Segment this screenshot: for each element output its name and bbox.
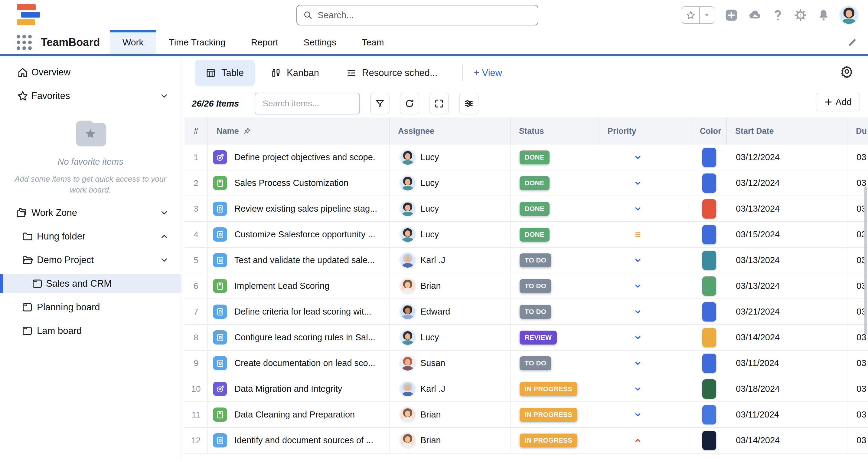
app-logo-icon[interactable] — [17, 4, 44, 27]
start-date[interactable]: 03/18/2024 — [727, 376, 847, 401]
vertical-scrollbar[interactable] — [864, 186, 867, 335]
status-badge[interactable]: DONE — [520, 176, 550, 190]
status-badge[interactable]: TO DO — [520, 279, 551, 293]
task-name[interactable]: Define project objectives and scope. — [235, 152, 375, 162]
sidebar-item-overview[interactable]: Overview — [0, 63, 181, 82]
start-date[interactable]: 03/11/2024 — [727, 402, 847, 427]
table-row[interactable]: 10 Data Migration and Integrity Karl .J … — [185, 376, 868, 402]
view-tab-table[interactable]: Table — [195, 60, 255, 86]
start-date[interactable]: 03/11/2024 — [727, 351, 847, 376]
column-header-color[interactable]: Color — [691, 117, 727, 145]
column-header-priority[interactable]: Priority — [599, 117, 691, 145]
task-name[interactable]: Create documentation on lead sco... — [235, 358, 375, 368]
sidebar-item-planning-board[interactable]: Planning board — [0, 298, 181, 317]
bell-icon[interactable] — [817, 9, 830, 22]
due-date[interactable]: 03 — [847, 351, 868, 376]
color-chip[interactable] — [702, 277, 716, 296]
sidebar-item-demo-project[interactable]: Demo Project — [0, 251, 181, 269]
color-chip[interactable] — [702, 405, 716, 425]
color-chip[interactable] — [702, 251, 716, 270]
account-avatar[interactable] — [840, 6, 858, 24]
pin-icon[interactable] — [243, 127, 251, 135]
start-date[interactable]: 03/12/2024 — [727, 145, 847, 170]
start-date[interactable]: 03/13/2024 — [727, 196, 847, 221]
color-chip[interactable] — [702, 225, 716, 244]
task-name[interactable]: Test and validate the updated sale... — [235, 255, 375, 265]
nav-tab-time-tracking[interactable]: Time Tracking — [156, 30, 238, 54]
status-badge[interactable]: IN PROGRESS — [520, 408, 577, 422]
display-settings-button[interactable] — [459, 93, 478, 114]
sidebar-item-favorites[interactable]: Favorites — [0, 87, 181, 105]
priority-down-icon[interactable] — [633, 307, 643, 317]
start-date[interactable]: 03/15/2024 — [727, 222, 847, 247]
color-chip[interactable] — [702, 328, 716, 347]
table-row[interactable]: 8 Configure lead scoring rules in Sal...… — [185, 325, 868, 351]
sidebar-item-sales-and-crm[interactable]: Sales and CRM — [0, 274, 181, 293]
column-header-status[interactable]: Status — [510, 117, 599, 145]
start-date[interactable]: 03/21/2024 — [727, 299, 847, 324]
filter-button[interactable] — [370, 93, 390, 114]
refresh-button[interactable] — [400, 93, 419, 114]
items-search[interactable] — [255, 93, 360, 114]
apps-grid-icon[interactable] — [17, 35, 32, 50]
task-name[interactable]: Data Migration and Integrity — [235, 384, 342, 394]
start-date[interactable]: 03/14/2024 — [727, 325, 847, 350]
color-chip[interactable] — [702, 199, 716, 219]
global-search[interactable] — [297, 5, 538, 25]
start-date[interactable]: 03/12/2024 — [727, 170, 847, 196]
sidebar-item-lam-board[interactable]: Lam board — [0, 321, 181, 340]
status-badge[interactable]: TO DO — [520, 253, 551, 267]
chevron-down-icon[interactable] — [160, 208, 169, 218]
plus-square-icon[interactable] — [725, 8, 738, 22]
priority-down-icon[interactable] — [633, 358, 643, 368]
view-tab-resource-sched-[interactable]: Resource sched... — [335, 60, 448, 86]
color-chip[interactable] — [702, 379, 716, 399]
table-row[interactable]: 1 Define project objectives and scope. L… — [185, 145, 868, 170]
start-date[interactable]: 03/13/2024 — [727, 273, 847, 298]
cloud-icon[interactable] — [748, 8, 762, 22]
start-date[interactable]: 03/13/2024 — [727, 248, 847, 273]
task-name[interactable]: Review existing sales pipeline stag... — [235, 204, 377, 214]
column-header-due-date[interactable]: Du — [847, 117, 868, 145]
nav-tab-report[interactable]: Report — [238, 30, 291, 54]
global-search-input[interactable] — [317, 10, 532, 21]
items-search-input[interactable] — [262, 98, 353, 109]
priority-down-icon[interactable] — [633, 256, 643, 265]
task-name[interactable]: Sales Process Customization — [235, 178, 348, 188]
priority-down-icon[interactable] — [633, 178, 643, 188]
table-row[interactable]: 3 Review existing sales pipeline stag...… — [185, 196, 868, 222]
view-settings-gear-icon[interactable] — [840, 65, 854, 78]
caret-down-icon[interactable] — [699, 7, 714, 23]
status-badge[interactable]: TO DO — [520, 356, 551, 370]
column-header-assignee[interactable]: Assignee — [390, 117, 510, 145]
task-name[interactable]: Define criteria for lead scoring wit... — [235, 307, 371, 317]
status-badge[interactable]: TO DO — [520, 305, 551, 319]
table-row[interactable]: 2 Sales Process Customization Lucy DONE … — [185, 170, 868, 196]
color-chip[interactable] — [702, 302, 716, 321]
status-badge[interactable]: DONE — [520, 202, 550, 216]
task-name[interactable]: Identify and document sources of ... — [235, 435, 373, 445]
chevron-down-icon[interactable] — [160, 91, 169, 100]
color-chip[interactable] — [702, 354, 716, 373]
table-row[interactable]: 11 Data Cleaning and Preparation Brian I… — [185, 402, 868, 428]
column-header-name[interactable]: Name — [208, 117, 390, 145]
task-name[interactable]: Customize Salesforce opportunity ... — [235, 230, 375, 239]
priority-down-icon[interactable] — [633, 281, 643, 291]
priority-up-icon[interactable] — [633, 436, 643, 445]
add-view-button[interactable]: + View — [474, 67, 502, 79]
table-row[interactable]: 12 Identify and document sources of ... … — [185, 428, 868, 454]
status-badge[interactable]: DONE — [520, 150, 550, 164]
add-new-item-row[interactable]: Add new item — [185, 454, 868, 460]
color-chip[interactable] — [702, 148, 716, 167]
priority-down-icon[interactable] — [633, 410, 643, 420]
task-name[interactable]: Configure lead scoring rules in Sal... — [235, 333, 375, 342]
status-badge[interactable]: DONE — [520, 228, 550, 241]
status-badge[interactable]: IN PROGRESS — [520, 434, 577, 447]
color-chip[interactable] — [702, 173, 716, 193]
chevron-up-icon[interactable] — [160, 232, 169, 241]
start-date[interactable]: 03/14/2024 — [727, 428, 847, 453]
nav-tab-work[interactable]: Work — [110, 30, 156, 54]
priority-down-icon[interactable] — [633, 384, 643, 394]
add-item-button[interactable]: Add — [816, 93, 860, 111]
due-date[interactable]: 03 — [847, 402, 868, 427]
